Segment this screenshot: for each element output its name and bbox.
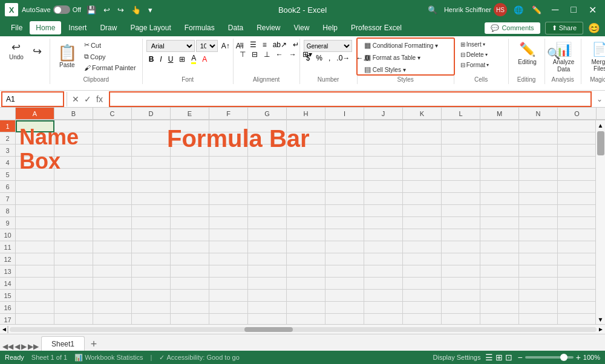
valign-bot-btn[interactable]: ⊥ bbox=[261, 50, 272, 59]
list-item[interactable] bbox=[325, 132, 364, 145]
list-item[interactable] bbox=[93, 217, 132, 229]
col-header-A[interactable]: A bbox=[16, 108, 54, 120]
workbook-stats[interactable]: 📊 Workbook Statistics bbox=[74, 354, 143, 362]
copy-btn[interactable]: ⧉ Copy bbox=[82, 51, 139, 62]
list-item[interactable] bbox=[403, 157, 442, 169]
menu-file[interactable]: File bbox=[5, 21, 28, 34]
list-item[interactable] bbox=[519, 217, 558, 229]
list-item[interactable] bbox=[16, 181, 54, 193]
list-item[interactable] bbox=[403, 253, 442, 265]
list-item[interactable] bbox=[54, 145, 93, 157]
list-item[interactable] bbox=[403, 205, 442, 217]
list-item[interactable] bbox=[364, 193, 403, 205]
pen-btn[interactable]: ✏️ bbox=[530, 4, 543, 16]
page-break-view-btn[interactable]: ⊡ bbox=[505, 353, 512, 362]
col-header-L[interactable]: L bbox=[442, 108, 480, 120]
list-item[interactable] bbox=[480, 132, 519, 145]
list-item[interactable] bbox=[364, 132, 403, 145]
list-item[interactable] bbox=[93, 265, 132, 278]
list-item[interactable] bbox=[54, 229, 93, 241]
col-header-D[interactable]: D bbox=[132, 108, 171, 120]
list-item[interactable] bbox=[171, 205, 209, 217]
list-item[interactable] bbox=[558, 217, 595, 229]
list-item[interactable] bbox=[480, 169, 519, 181]
list-item[interactable] bbox=[558, 253, 595, 265]
underline-btn[interactable]: U bbox=[166, 54, 176, 64]
list-item[interactable] bbox=[54, 314, 93, 324]
list-item[interactable] bbox=[442, 145, 480, 157]
row-num-9[interactable]: 9 bbox=[0, 217, 15, 229]
row-num-6[interactable]: 6 bbox=[0, 181, 15, 193]
list-item[interactable] bbox=[209, 229, 248, 241]
list-item[interactable] bbox=[16, 241, 54, 253]
row-num-10[interactable]: 10 bbox=[0, 229, 15, 241]
list-item[interactable] bbox=[364, 157, 403, 169]
col-header-I[interactable]: I bbox=[325, 108, 364, 120]
list-item[interactable] bbox=[54, 120, 93, 132]
menu-professor-excel[interactable]: Professor Excel bbox=[345, 21, 408, 34]
list-item[interactable] bbox=[325, 253, 364, 265]
list-item[interactable] bbox=[287, 157, 325, 169]
list-item[interactable] bbox=[54, 132, 93, 145]
row-num-17[interactable]: 17 bbox=[0, 314, 15, 324]
list-item[interactable] bbox=[16, 278, 54, 290]
list-item[interactable] bbox=[480, 265, 519, 278]
list-item[interactable] bbox=[558, 157, 595, 169]
list-item[interactable] bbox=[171, 229, 209, 241]
list-item[interactable] bbox=[93, 241, 132, 253]
list-item[interactable] bbox=[132, 157, 171, 169]
list-item[interactable] bbox=[16, 290, 54, 302]
menu-insert[interactable]: Insert bbox=[62, 21, 93, 34]
list-item[interactable] bbox=[287, 205, 325, 217]
list-item[interactable] bbox=[54, 181, 93, 193]
list-item[interactable] bbox=[93, 278, 132, 290]
list-item[interactable] bbox=[54, 193, 93, 205]
list-item[interactable] bbox=[16, 145, 54, 157]
list-item[interactable] bbox=[480, 193, 519, 205]
list-item[interactable] bbox=[325, 169, 364, 181]
list-item[interactable] bbox=[132, 120, 171, 132]
redo-btn[interactable]: ↪ bbox=[28, 44, 47, 59]
more-quick-btn[interactable]: ▾ bbox=[146, 4, 154, 16]
list-item[interactable] bbox=[132, 229, 171, 241]
list-item[interactable] bbox=[248, 253, 287, 265]
list-item[interactable] bbox=[287, 120, 325, 132]
list-item[interactable] bbox=[325, 302, 364, 314]
list-item[interactable] bbox=[325, 290, 364, 302]
list-item[interactable] bbox=[16, 265, 54, 278]
list-item[interactable] bbox=[171, 314, 209, 324]
list-item[interactable] bbox=[480, 290, 519, 302]
conditional-formatting-btn[interactable]: ▦ Conditional Formatting ▾ bbox=[361, 40, 442, 51]
list-item[interactable] bbox=[171, 145, 209, 157]
list-item[interactable] bbox=[480, 253, 519, 265]
list-item[interactable] bbox=[16, 253, 54, 265]
list-item[interactable] bbox=[287, 217, 325, 229]
list-item[interactable] bbox=[16, 193, 54, 205]
delete-cells-btn[interactable]: ⊟ Delete ▾ bbox=[458, 50, 492, 59]
list-item[interactable] bbox=[132, 169, 171, 181]
list-item[interactable] bbox=[54, 302, 93, 314]
row-num-1[interactable]: 1 bbox=[0, 120, 15, 132]
list-item[interactable] bbox=[364, 205, 403, 217]
list-item[interactable] bbox=[403, 229, 442, 241]
list-item[interactable] bbox=[519, 181, 558, 193]
row-num-4[interactable]: 4 bbox=[0, 157, 15, 169]
list-item[interactable] bbox=[209, 181, 248, 193]
list-item[interactable] bbox=[480, 157, 519, 169]
page-layout-view-btn[interactable]: ⊞ bbox=[495, 353, 503, 362]
list-item[interactable] bbox=[132, 145, 171, 157]
list-item[interactable] bbox=[519, 302, 558, 314]
list-item[interactable] bbox=[403, 302, 442, 314]
number-format-select[interactable]: General Number Currency Percentage bbox=[304, 40, 352, 52]
list-item[interactable] bbox=[558, 229, 595, 241]
list-item[interactable] bbox=[519, 314, 558, 324]
cell-styles-btn[interactable]: ▤ Cell Styles ▾ bbox=[361, 64, 409, 75]
list-item[interactable] bbox=[171, 193, 209, 205]
list-item[interactable] bbox=[403, 290, 442, 302]
list-item[interactable] bbox=[93, 193, 132, 205]
list-item[interactable] bbox=[442, 120, 480, 132]
redo-quick-btn[interactable]: ↪ bbox=[116, 4, 126, 16]
list-item[interactable] bbox=[132, 132, 171, 145]
list-item[interactable] bbox=[442, 132, 480, 145]
list-item[interactable] bbox=[287, 145, 325, 157]
